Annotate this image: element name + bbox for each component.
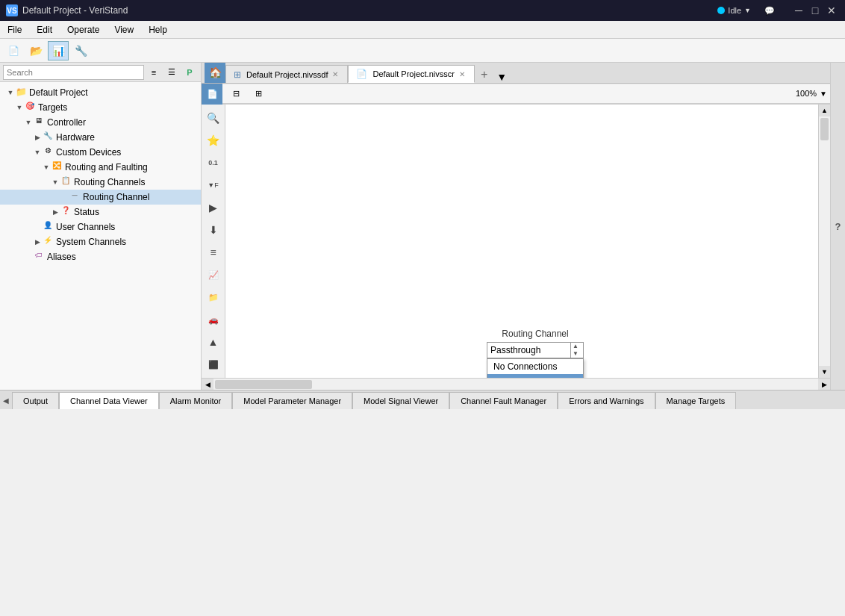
- tree-item-targets[interactable]: ▼ 🎯 Targets: [0, 100, 201, 115]
- vertical-scrollbar[interactable]: ▲ ▼: [818, 105, 830, 378]
- close-button[interactable]: ✕: [824, 3, 839, 18]
- menu-edit[interactable]: Edit: [29, 23, 60, 37]
- tree-label-default-project: Default Project: [29, 87, 88, 98]
- scroll-down-btn[interactable]: ▼: [819, 366, 830, 378]
- dropdown-list: No Connections Passthrough Fault to Grou…: [487, 358, 584, 378]
- expand-arrow[interactable]: ▼: [6, 89, 15, 96]
- tree-label-routing-faulting: Routing and Faulting: [65, 162, 148, 172]
- tab-close-screen[interactable]: ✕: [458, 69, 467, 78]
- horizontal-scrollbar[interactable]: ◀ ▶: [202, 378, 830, 390]
- add-tab-button[interactable]: +: [475, 66, 493, 83]
- editor-canvas-area: 🔍 ⭐ 0.1 ▼F ▶ ⬇ ≡ 📈 📁 🚗 ▲ ⬛ Routing Chann…: [202, 105, 830, 378]
- spin-up[interactable]: ▲: [573, 343, 579, 350]
- expand-arrow[interactable]: ▶: [33, 238, 42, 246]
- grid-tool[interactable]: ≡: [203, 242, 224, 263]
- tab-close-project[interactable]: ✕: [331, 70, 340, 79]
- pin-button[interactable]: P: [181, 64, 198, 81]
- list-view-button[interactable]: ≡: [146, 64, 162, 81]
- tab-screen-file[interactable]: 📄 Default Project.nivsscr ✕: [348, 65, 474, 83]
- scroll-left-btn[interactable]: ◀: [202, 379, 213, 390]
- bottom-tab-model-signal[interactable]: Model Signal Viewer: [352, 392, 449, 409]
- play-tool[interactable]: ▶: [203, 197, 224, 218]
- tree-item-routing-faulting[interactable]: ▼ 🔀 Routing and Faulting: [0, 160, 201, 175]
- tree-item-system-channels[interactable]: ▶ ⚡ System Channels: [0, 234, 201, 249]
- tree-label-status: Status: [74, 207, 99, 217]
- menu-view[interactable]: View: [107, 23, 141, 37]
- bottom-tab-scroll-left[interactable]: ◀: [0, 392, 12, 409]
- zoom-tool[interactable]: 0.1: [203, 152, 224, 173]
- expand-arrow[interactable]: ▼: [42, 164, 51, 171]
- new-button[interactable]: 📄: [3, 41, 24, 60]
- collapse-panels-button[interactable]: ⊞: [248, 84, 269, 103]
- car-tool[interactable]: 🚗: [203, 309, 224, 330]
- tree-item-custom-devices[interactable]: ▼ ⚙ Custom Devices: [0, 145, 201, 160]
- left-tools-panel: 🔍 ⭐ 0.1 ▼F ▶ ⬇ ≡ 📈 📁 🚗 ▲ ⬛: [202, 105, 225, 378]
- tree-item-routing-channel[interactable]: ▶ ─ Routing Channel: [0, 190, 201, 205]
- tree-label-user-channels: User Channels: [56, 222, 115, 232]
- scroll-right-btn[interactable]: ▶: [818, 379, 830, 390]
- chart-tool[interactable]: 📈: [203, 264, 224, 285]
- editor-sub-left: ⊟ ⊞: [225, 84, 269, 103]
- tree-label-routing-channel: Routing Channel: [83, 192, 149, 202]
- folder-tool[interactable]: 📁: [203, 287, 224, 308]
- expand-arrow[interactable]: ▼: [51, 178, 60, 186]
- bottom-tab-manage-targets[interactable]: Manage Targets: [655, 392, 737, 409]
- zoom-arrow[interactable]: ▼: [820, 90, 827, 98]
- tree-item-status[interactable]: ▶ ❓ Status: [0, 205, 201, 220]
- star-tool[interactable]: ⭐: [203, 130, 224, 151]
- minimize-button[interactable]: ─: [791, 3, 806, 18]
- menu-file[interactable]: File: [0, 23, 29, 37]
- triangle-tool[interactable]: ▲: [203, 332, 224, 352]
- spin-down[interactable]: ▼: [573, 350, 579, 358]
- bottom-tab-channel-fault[interactable]: Channel Fault Manager: [449, 392, 558, 409]
- bottom-tab-model-param[interactable]: Model Parameter Manager: [232, 392, 352, 409]
- expand-arrow[interactable]: ▼: [33, 149, 42, 156]
- expand-arrow[interactable]: ▼: [24, 119, 33, 126]
- dropdown-tool[interactable]: ⬇: [203, 220, 224, 240]
- expand-arrow[interactable]: ▶: [51, 208, 60, 216]
- expand-panels-button[interactable]: ⊟: [225, 84, 246, 103]
- active-tool[interactable]: 📊: [48, 41, 69, 60]
- search-input[interactable]: [3, 65, 144, 80]
- h-scroll-thumb[interactable]: [215, 380, 312, 389]
- user-channels-icon: 👤: [42, 221, 54, 233]
- dropdown-selected-value: Passthrough: [490, 345, 540, 355]
- bottom-tab-errors[interactable]: Errors and Warnings: [558, 392, 655, 409]
- expand-arrow[interactable]: ▼: [15, 104, 24, 111]
- tree-item-controller[interactable]: ▼ 🖥 Controller: [0, 115, 201, 130]
- tree-item-user-channels[interactable]: ▶ 👤 User Channels: [0, 220, 201, 234]
- project-icon: 📁: [15, 87, 27, 99]
- tree-item-routing-channels[interactable]: ▼ 📋 Routing Channels: [0, 175, 201, 190]
- search-tool[interactable]: 🔍: [203, 108, 224, 128]
- option-passthrough[interactable]: Passthrough: [487, 374, 583, 378]
- screen-home-tab[interactable]: 📄: [202, 84, 222, 105]
- filter-tool[interactable]: ▼F: [203, 175, 224, 196]
- open-button[interactable]: 📂: [25, 41, 46, 60]
- bottom-tab-channel-data[interactable]: Channel Data Viewer: [59, 392, 159, 409]
- detail-view-button[interactable]: ☰: [163, 64, 180, 81]
- dropdown-selected[interactable]: Passthrough ▲ ▼: [487, 342, 584, 358]
- menu-help[interactable]: Help: [141, 23, 175, 37]
- h-scrollbar-track: [213, 379, 818, 390]
- tab-project-file[interactable]: ⊞ Default Project.nivssdf ✕: [225, 65, 348, 83]
- maximize-button[interactable]: □: [808, 3, 823, 18]
- home-tab[interactable]: 🏠: [205, 63, 225, 83]
- scroll-thumb[interactable]: [820, 118, 829, 140]
- scroll-up-btn[interactable]: ▲: [819, 105, 830, 116]
- controller-icon: 🖥: [33, 116, 45, 128]
- help-button[interactable]: ?: [830, 63, 845, 390]
- tree-item-hardware[interactable]: ▶ 🔧 Hardware: [0, 130, 201, 145]
- menu-operate[interactable]: Operate: [60, 23, 107, 37]
- status-area: Idle ▼ 💬: [717, 3, 775, 18]
- editor-sub-toolbar: ⊟ ⊞ 100% ▼: [222, 84, 830, 104]
- expand-arrow[interactable]: ▶: [33, 134, 42, 141]
- bottom-tab-alarm-monitor[interactable]: Alarm Monitor: [159, 392, 232, 409]
- option-no-connections[interactable]: No Connections: [487, 359, 583, 374]
- settings-button[interactable]: 🔧: [70, 41, 91, 60]
- tree-item-aliases[interactable]: ▶ 🏷 Aliases: [0, 249, 201, 264]
- shapes-tool[interactable]: ⬛: [203, 354, 224, 375]
- tree-item-default-project[interactable]: ▼ 📁 Default Project: [0, 85, 201, 100]
- tab-options-button[interactable]: ▼: [496, 71, 507, 83]
- project-tree: ▼ 📁 Default Project ▼ 🎯 Targets ▼ 🖥 Cont…: [0, 82, 201, 390]
- bottom-tab-output[interactable]: Output: [12, 392, 59, 409]
